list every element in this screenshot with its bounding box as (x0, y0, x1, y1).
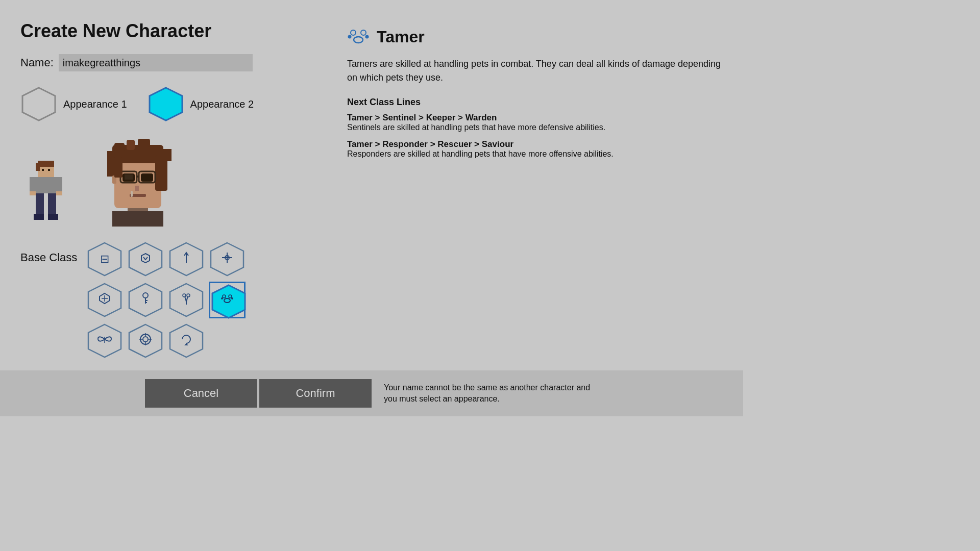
class-guardian-btn[interactable] (127, 241, 164, 278)
balance-icon (97, 291, 112, 309)
tamer-class-icon (220, 291, 234, 309)
svg-rect-27 (125, 174, 133, 180)
base-class-label: Base Class (20, 251, 77, 264)
svg-point-49 (143, 293, 148, 298)
svg-rect-23 (114, 143, 125, 151)
svg-rect-7 (36, 177, 56, 193)
character-portrait-large (92, 135, 184, 227)
appearance-1-hex[interactable] (20, 86, 57, 122)
confirm-button[interactable]: Confirm (259, 379, 372, 408)
class-line-2-path: Tamer > Responder > Rescuer > Saviour (347, 139, 723, 149)
cancel-button[interactable]: Cancel (145, 379, 257, 408)
butterfly-icon (97, 334, 112, 348)
bottom-bar: Cancel Confirm Your name cannot be the s… (0, 370, 743, 416)
appearance-1-option[interactable]: Appearance 1 (20, 86, 127, 122)
class-line-2-desc: Responders are skilled at handling pets … (347, 149, 723, 159)
class-crosshair-btn[interactable] (209, 241, 246, 278)
name-input[interactable] (59, 54, 253, 71)
class-butterfly-btn[interactable] (86, 322, 123, 359)
svg-rect-24 (127, 140, 135, 150)
character-sprites (26, 135, 327, 227)
svg-point-64 (231, 297, 233, 299)
class-icon-row-1: ⊟ (86, 241, 246, 278)
pixel-character-small (26, 160, 66, 227)
svg-marker-0 (22, 88, 55, 120)
svg-point-77 (351, 30, 356, 35)
name-label: Name: (20, 56, 54, 69)
cycle-icon (179, 332, 193, 349)
warrior-icon: ⊟ (100, 253, 109, 266)
svg-rect-10 (30, 191, 36, 195)
svg-marker-39 (141, 254, 150, 263)
class-line-2: Tamer > Responder > Rescuer > Saviour Re… (347, 139, 723, 159)
svg-rect-6 (48, 169, 50, 171)
svg-point-61 (223, 295, 226, 298)
key-icon (140, 291, 151, 309)
next-class-section: Next Class Lines Tamer > Sentinel > Keep… (347, 97, 723, 162)
svg-rect-25 (138, 139, 150, 147)
tamer-class-header-icon (347, 26, 370, 48)
class-icon-row-3 (86, 322, 246, 359)
class-key-btn[interactable] (127, 282, 164, 318)
svg-point-69 (143, 337, 148, 342)
class-icon-row-2 (86, 282, 246, 318)
svg-rect-9 (56, 177, 62, 191)
base-class-section: Base Class ⊟ (20, 241, 327, 359)
svg-rect-22 (155, 155, 167, 191)
svg-point-54 (183, 294, 186, 297)
svg-point-76 (354, 37, 363, 43)
svg-point-80 (365, 35, 369, 39)
svg-rect-5 (42, 169, 44, 171)
svg-rect-35 (131, 191, 133, 197)
svg-point-60 (224, 298, 230, 303)
svg-rect-15 (48, 214, 58, 220)
appearance-2-label: Appearance 2 (190, 98, 254, 110)
svg-rect-11 (56, 191, 62, 195)
svg-rect-36 (114, 157, 122, 178)
svg-rect-4 (36, 163, 40, 171)
svg-rect-3 (38, 161, 54, 167)
class-line-1: Tamer > Sentinel > Keeper > Warden Senti… (347, 113, 723, 132)
class-archer-btn[interactable] (168, 241, 205, 278)
svg-rect-13 (48, 193, 56, 214)
appearance-row: Appearance 1 Appearance 2 (20, 86, 327, 122)
svg-rect-14 (34, 214, 44, 220)
svg-rect-30 (137, 176, 139, 178)
name-row: Name: (20, 54, 327, 71)
svg-rect-12 (36, 193, 44, 214)
class-description: Tamers are skilled at handling pets in c… (347, 57, 723, 85)
svg-rect-8 (30, 177, 36, 191)
svg-marker-1 (150, 88, 182, 120)
left-panel: Create New Character Name: Appearance 1 (20, 20, 327, 416)
class-target-btn[interactable] (127, 322, 164, 359)
selected-class-name: Tamer (377, 28, 425, 46)
class-balance-btn[interactable] (86, 282, 123, 318)
appearance-1-label: Appearance 1 (63, 98, 127, 110)
guardian-icon (138, 251, 153, 268)
svg-line-57 (186, 296, 188, 302)
class-header: Tamer (347, 26, 723, 48)
svg-rect-31 (141, 173, 153, 182)
svg-rect-17 (112, 211, 163, 227)
appearance-2-option[interactable]: Appearance 2 (148, 86, 254, 122)
right-panel: Tamer Tamers are skilled at handling pet… (327, 20, 723, 416)
class-line-1-desc: Sentinels are skilled at handling pets t… (347, 123, 723, 132)
svg-point-79 (348, 35, 352, 39)
class-warrior-btn[interactable]: ⊟ (86, 241, 123, 278)
svg-marker-75 (184, 343, 188, 345)
class-scissors-btn[interactable] (168, 282, 205, 318)
svg-point-63 (221, 297, 223, 299)
page-title: Create New Character (20, 20, 327, 42)
svg-point-78 (361, 30, 366, 35)
class-icons-grid: ⊟ (86, 241, 246, 359)
class-tamer-btn[interactable] (209, 282, 246, 318)
svg-point-62 (229, 295, 232, 298)
bottom-note: Your name cannot be the same as another … (384, 382, 598, 405)
bottom-bar-inner: Cancel Confirm Your name cannot be the s… (145, 379, 598, 408)
svg-rect-32 (135, 186, 139, 191)
appearance-2-hex[interactable] (148, 86, 184, 122)
class-cycle-btn[interactable] (168, 322, 205, 359)
next-class-title: Next Class Lines (347, 97, 723, 108)
target-icon (138, 332, 153, 349)
archer-icon (180, 251, 192, 268)
